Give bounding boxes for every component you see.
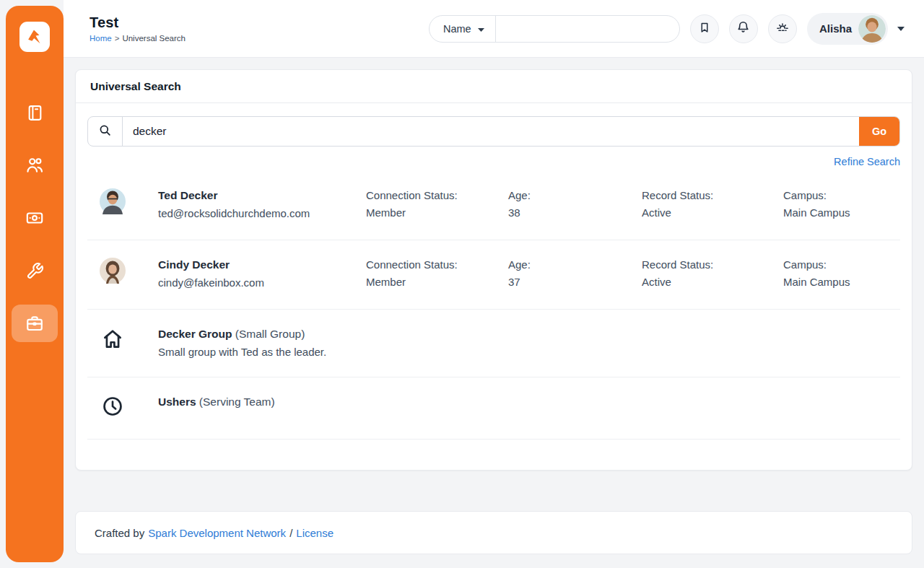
breadcrumb-home-link[interactable]: Home: [90, 34, 112, 43]
field-value: 38: [508, 206, 642, 219]
page-title: Test: [90, 14, 186, 31]
user-avatar: [858, 15, 886, 43]
field-label: Connection Status:: [366, 189, 508, 201]
group-title: Ushers (Serving Team): [158, 396, 275, 408]
breadcrumb: Home>Universal Search: [90, 34, 186, 43]
search-mode-dropdown[interactable]: Name: [430, 22, 495, 35]
search-results: Ted Decker ted@rocksolidchurchdemo.com C…: [87, 171, 900, 440]
content-area: Universal Search Go Refine Search: [64, 69, 924, 554]
result-row-person[interactable]: Ted Decker ted@rocksolidchurchdemo.com C…: [87, 171, 900, 240]
footer-text: Crafted by: [95, 527, 144, 539]
group-description: Small group with Ted as the leader.: [158, 346, 326, 358]
person-avatar: [100, 274, 126, 286]
field-value: Member: [366, 276, 508, 288]
top-bar: Test Home>Universal Search Name: [64, 0, 924, 58]
group-name: Ushers: [158, 396, 196, 408]
search-mode-label: Name: [443, 23, 471, 35]
money-icon: [25, 209, 44, 227]
search-icon: [98, 123, 112, 140]
field-value: Main Campus: [783, 276, 900, 288]
sidebar-nav: [6, 94, 64, 357]
search-prefix: [88, 117, 123, 146]
field-label: Connection Status:: [366, 258, 508, 271]
field-value: Active: [642, 276, 783, 288]
rock-logo[interactable]: [19, 22, 50, 52]
result-row-person[interactable]: Cindy Decker cindy@fakeinbox.com Connect…: [87, 240, 900, 310]
home-icon: [100, 327, 126, 351]
people-icon: [25, 156, 44, 175]
field-value: Active: [642, 206, 783, 219]
briefcase-icon: [25, 314, 44, 333]
person-email: cindy@fakeinbox.com: [158, 276, 366, 289]
go-button[interactable]: Go: [859, 117, 899, 146]
clock-icon: [100, 395, 126, 418]
person-name: Cindy Decker: [158, 258, 366, 271]
theme-button[interactable]: [768, 14, 797, 43]
sidebar-item-wrench[interactable]: [12, 252, 58, 289]
universal-search-input[interactable]: [123, 117, 859, 146]
smart-search: Name: [429, 15, 680, 43]
field-value: Main Campus: [783, 206, 900, 219]
person-avatar: [100, 204, 126, 217]
field-label: Record Status:: [642, 189, 783, 201]
license-link[interactable]: License: [296, 527, 334, 539]
bookmark-icon: [698, 21, 711, 37]
sidebar-item-book[interactable]: [12, 94, 58, 131]
group-type: (Small Group): [232, 328, 305, 340]
breadcrumb-current: Universal Search: [122, 34, 186, 43]
bell-icon: [736, 20, 750, 37]
bookmarks-button[interactable]: [690, 14, 719, 43]
wrench-icon: [26, 262, 44, 280]
result-row-group[interactable]: Decker Group (Small Group) Small group w…: [87, 310, 900, 377]
sidebar-item-people[interactable]: [12, 147, 58, 184]
person-email: ted@rocksolidchurchdemo.com: [158, 207, 366, 219]
field-label: Campus:: [783, 189, 900, 201]
user-name: Alisha: [819, 22, 852, 35]
user-menu[interactable]: Alisha: [807, 13, 888, 45]
breadcrumb-separator: >: [115, 34, 120, 43]
footer-separator: /: [289, 527, 292, 539]
field-label: Record Status:: [642, 258, 783, 271]
field-label: Age:: [508, 189, 642, 201]
group-type: (Serving Team): [196, 396, 275, 408]
card-title: Universal Search: [76, 70, 912, 103]
footer: Crafted by Spark Development Network / L…: [75, 511, 912, 554]
field-value: Member: [366, 206, 508, 219]
person-name: Ted Decker: [158, 189, 366, 202]
sidebar: [6, 6, 64, 562]
spark-network-link[interactable]: Spark Development Network: [148, 527, 286, 539]
refine-search-link[interactable]: Refine Search: [834, 156, 900, 167]
chevron-down-icon: [477, 22, 485, 35]
sidebar-item-money[interactable]: [12, 199, 58, 237]
result-row-group[interactable]: Ushers (Serving Team): [87, 377, 900, 440]
group-title: Decker Group (Small Group): [158, 328, 326, 341]
notifications-button[interactable]: [729, 14, 758, 43]
sunrise-icon: [775, 20, 790, 38]
field-label: Campus:: [783, 258, 900, 271]
user-menu-caret[interactable]: [897, 26, 905, 32]
group-name: Decker Group: [158, 328, 232, 340]
sidebar-item-briefcase[interactable]: [12, 305, 58, 342]
field-value: 37: [508, 276, 642, 288]
field-label: Age:: [508, 258, 642, 271]
universal-search-bar: Go: [87, 116, 900, 147]
universal-search-card: Universal Search Go Refine Search: [75, 69, 912, 471]
book-icon: [26, 104, 44, 122]
global-search-input[interactable]: [496, 16, 679, 42]
